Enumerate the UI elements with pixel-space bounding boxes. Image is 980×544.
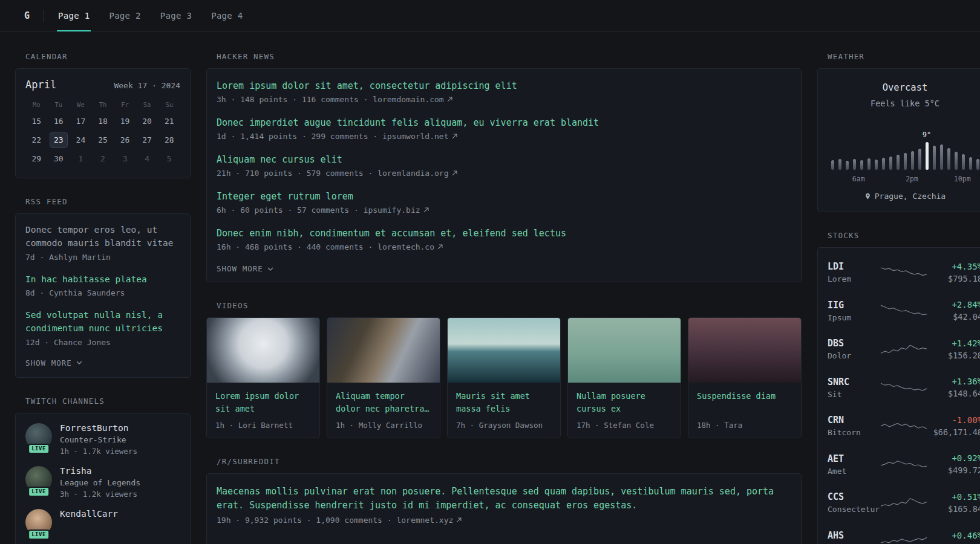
calendar-widget: CALENDAR April Week 17 · 2024 MoTuWeThFr… xyxy=(15,52,191,178)
twitch-meta: 1h · 1.7k viewers xyxy=(60,447,137,456)
external-link-icon[interactable] xyxy=(456,517,462,523)
weather-card: Overcast Feels like 5°C xyxy=(817,68,980,212)
page-tab[interactable]: Page 2 xyxy=(108,0,142,31)
calendar-day: 17 xyxy=(70,112,92,131)
weather-bar-wrap xyxy=(875,123,878,170)
weather-bar xyxy=(918,149,921,170)
videos-widget: VIDEOS Lorem ipsum dolor sit amet consec… xyxy=(206,301,802,438)
video-card[interactable]: Lorem ipsum dolor sit amet consectetu… 1… xyxy=(206,317,320,438)
weather-time-labels: 6am 2pm 10pm xyxy=(828,175,980,183)
weather-bar xyxy=(976,159,979,170)
page-tab[interactable]: Page 4 xyxy=(210,0,244,31)
calendar-day: 4 xyxy=(136,149,158,168)
video-thumbnail xyxy=(327,318,440,383)
hn-item-meta: 21h · 710 points · 579 comments · loreml… xyxy=(217,169,791,178)
external-link-icon[interactable] xyxy=(437,244,443,250)
stock-row: LDI Lorem +4.35% $795.18 xyxy=(828,253,980,292)
hn-item: Aliquam nec cursus elit 21h · 710 points… xyxy=(217,154,791,178)
weather-bar xyxy=(947,148,950,170)
video-meta: 1h · Molly Carrillo xyxy=(336,421,431,430)
hackernews-show-more-button[interactable]: SHOW MORE xyxy=(217,264,273,273)
rss-card: Donec tempor eros leo, ut commodo mauris… xyxy=(15,213,191,378)
stock-id: AHS xyxy=(828,530,880,544)
hn-item-link[interactable]: Donec imperdiet augue tincidunt felis al… xyxy=(217,117,791,129)
stock-change: +2.84% xyxy=(928,300,980,309)
calendar-card: April Week 17 · 2024 MoTuWeThFrSaSu 1516… xyxy=(15,68,191,178)
video-title: Mauris sit amet massa felis xyxy=(456,390,552,415)
calendar-day: 25 xyxy=(92,131,114,149)
external-link-icon[interactable] xyxy=(423,207,429,213)
hn-item: Lorem ipsum dolor sit amet, consectetur … xyxy=(217,80,791,104)
reddit-post-meta: 19h · 9,932 points · 1,090 comments · lo… xyxy=(217,516,791,525)
twitch-channel[interactable]: LIVE KendallCarr xyxy=(25,509,180,536)
weather-bar-wrap xyxy=(976,123,979,170)
video-title: Suspendisse diam xyxy=(697,390,792,415)
hn-item-link[interactable]: Donec enim nibh, condimentum et accumsan… xyxy=(217,227,791,240)
rss-item: In hac habitasse platea 8d · Cynthia Sau… xyxy=(25,273,180,298)
twitch-channel[interactable]: LIVE Trisha League of Legends 3h · 1.2k … xyxy=(25,466,180,499)
video-meta: 1h · Lori Barnett xyxy=(215,421,311,430)
hn-meta-text: 3h · 148 points · 116 comments · loremdo… xyxy=(217,95,444,104)
video-meta: 7h · Grayson Dawson xyxy=(456,421,552,430)
twitch-channel-info: Trisha League of Legends 3h · 1.2k viewe… xyxy=(60,466,140,499)
calendar-day: 5 xyxy=(158,149,180,168)
app-logo[interactable]: G xyxy=(24,10,30,21)
video-card-body: Aliquam tempor dolor nec pharetra… 1h · … xyxy=(327,383,440,438)
subreddit-card: Maecenas mollis pulvinar erat non posuer… xyxy=(206,473,802,544)
video-card[interactable]: Suspendisse diam 18h · Tara xyxy=(688,317,802,438)
weather-location: Prague, Czechia xyxy=(875,192,946,201)
stock-change: -1.00% xyxy=(928,415,980,425)
twitch-avatar: LIVE xyxy=(25,423,52,450)
stock-row: AET Amet +0.92% $499.72 xyxy=(828,445,980,484)
rss-show-more-button[interactable]: SHOW MORE xyxy=(25,358,82,368)
video-title: Lorem ipsum dolor sit amet consectetu… xyxy=(215,390,311,415)
stock-ticker: AET xyxy=(828,453,880,464)
rss-item-link[interactable]: Donec tempor eros leo, ut commodo mauris… xyxy=(25,224,180,250)
stock-row: AHS +0.46% xyxy=(828,522,980,544)
hn-item-link[interactable]: Aliquam nec cursus elit xyxy=(217,154,791,166)
weather-temp-label: 9° xyxy=(923,131,931,139)
weather-bar xyxy=(904,153,907,170)
weather-bar-wrap xyxy=(838,123,841,170)
weather-bar xyxy=(875,160,878,170)
rss-item-meta: 8d · Cynthia Saunders xyxy=(25,288,180,297)
page-tab[interactable]: Page 3 xyxy=(159,0,193,31)
weather-bar-wrap xyxy=(962,123,965,170)
hn-item-link[interactable]: Lorem ipsum dolor sit amet, consectetur … xyxy=(217,80,791,92)
reddit-meta-text: 19h · 9,932 points · 1,090 comments · lo… xyxy=(217,516,453,525)
twitch-game: League of Legends xyxy=(60,478,140,487)
calendar-day-header: Mo xyxy=(25,101,48,108)
external-link-icon[interactable] xyxy=(447,97,452,102)
video-card-body: Lorem ipsum dolor sit amet consectetu… 1… xyxy=(207,383,319,438)
twitch-channel[interactable]: LIVE ForrestBurton Counter-Strike 1h · 1… xyxy=(25,423,180,456)
page-tab[interactable]: Page 1 xyxy=(57,0,91,31)
rss-item-link[interactable]: In hac habitasse platea xyxy=(25,273,180,287)
stock-row: DBS Dolor +1.42% $156.28 xyxy=(828,330,980,369)
stock-price: $165.84 xyxy=(928,504,980,514)
video-card[interactable]: Mauris sit amet massa felis 7h · Grayson… xyxy=(447,317,561,438)
weather-time: 10pm xyxy=(954,175,971,183)
stock-sparkline xyxy=(880,303,928,319)
external-link-icon[interactable] xyxy=(452,134,457,139)
stock-values: +0.92% $499.72 xyxy=(928,453,980,475)
hn-item-link[interactable]: Integer eget rutrum lorem xyxy=(217,190,791,203)
stocks-card: LDI Lorem +4.35% $795.18 xyxy=(817,247,980,544)
stock-sparkline xyxy=(880,265,928,280)
hn-meta-text: 16h · 468 points · 440 comments · loremt… xyxy=(217,242,434,251)
stock-values: +1.42% $156.28 xyxy=(928,338,980,360)
reddit-post-link[interactable]: Maecenas mollis pulvinar erat non posuer… xyxy=(217,485,791,513)
video-card[interactable]: Nullam posuere cursus ex 17h · Stefan Co… xyxy=(567,317,681,438)
video-card[interactable]: Aliquam tempor dolor nec pharetra… 1h · … xyxy=(327,317,440,438)
videos-row: Lorem ipsum dolor sit amet consectetu… 1… xyxy=(206,317,802,438)
rss-item: Sed volutpat nulla nisl, a condimentum n… xyxy=(25,309,180,347)
hn-item-meta: 3h · 148 points · 116 comments · loremdo… xyxy=(217,95,791,104)
stock-row: CRN Bitcorn -1.00% $66,171.48 xyxy=(828,407,980,445)
page-tabs: Page 1 Page 2 Page 3 Page 4 xyxy=(57,0,261,31)
rss-item-link[interactable]: Sed volutpat nulla nisl, a condimentum n… xyxy=(25,309,180,335)
twitch-channel-name: KendallCarr xyxy=(60,509,118,519)
rss-item: Donec tempor eros leo, ut commodo mauris… xyxy=(25,224,180,262)
calendar-day-header: Th xyxy=(92,101,114,108)
weather-bar-wrap xyxy=(933,123,936,170)
external-link-icon[interactable] xyxy=(452,170,457,176)
calendar-day: 19 xyxy=(114,112,136,131)
